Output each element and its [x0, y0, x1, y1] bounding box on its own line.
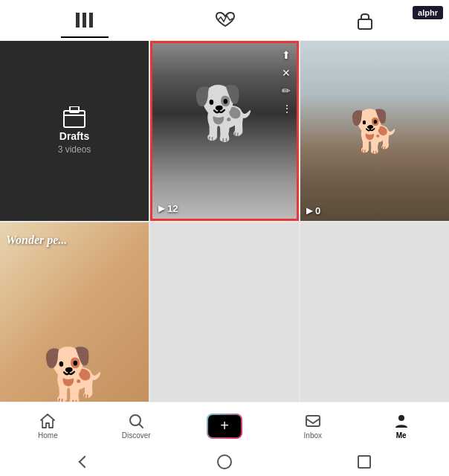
svg-rect-2 [89, 13, 93, 28]
plus-icon: + [220, 417, 229, 434]
svg-rect-0 [76, 13, 80, 28]
drafts-title: Drafts [59, 130, 89, 142]
svg-line-9 [140, 424, 143, 428]
top-nav-lock[interactable] [342, 7, 388, 33]
svg-rect-1 [83, 13, 86, 28]
recents-button[interactable] [356, 454, 372, 470]
inbox-icon [305, 413, 321, 429]
top-nav [0, 0, 449, 41]
play-icon-2: ▶ [306, 206, 312, 216]
svg-marker-7 [41, 414, 54, 428]
bottom-nav-discover[interactable]: Discover [116, 413, 157, 440]
edit-icon: ✏ [282, 85, 292, 97]
empty-cell-1 [150, 222, 299, 402]
back-button[interactable] [77, 454, 93, 470]
bottom-nav-inbox[interactable]: Inbox [292, 413, 333, 440]
play-count-2: ▶ 0 [306, 205, 320, 216]
recents-square-icon [358, 455, 371, 469]
svg-rect-3 [358, 19, 372, 29]
bottom-nav-me[interactable]: Me [381, 413, 421, 440]
drafts-icon [61, 106, 88, 130]
empty-cell-2 [300, 222, 449, 402]
grid-icon [76, 13, 94, 28]
plus-button[interactable]: + [207, 414, 242, 439]
heart-activity-icon [215, 11, 236, 29]
wonder-dog-image: 🐕 [0, 344, 149, 402]
me-label: Me [396, 431, 407, 440]
drafts-count: 3 videos [58, 144, 91, 155]
more-icon: ⋮ [282, 103, 292, 115]
play-count-value-2: 0 [315, 205, 320, 216]
side-icons: ⬆ ✕ ✏ ⋮ [282, 49, 292, 115]
discover-label: Discover [122, 431, 151, 440]
svg-point-11 [398, 415, 404, 421]
close-icon: ✕ [282, 67, 292, 79]
play-icon: ▶ [158, 204, 164, 213]
featured-dog-image [152, 43, 297, 219]
wonder-text: Wonder pe... [6, 234, 67, 247]
top-nav-grid[interactable] [61, 10, 109, 30]
home-label: Home [38, 431, 58, 440]
home-circle-icon [217, 454, 232, 469]
bottom-nav: Home Discover + Inbox [0, 402, 449, 448]
me-icon [393, 413, 410, 429]
home-icon [39, 413, 56, 429]
system-nav [0, 448, 449, 476]
top-nav-heart[interactable] [200, 8, 251, 32]
bottom-nav-plus[interactable]: + [204, 414, 245, 439]
play-count-value: 12 [167, 203, 178, 214]
back-icon [79, 456, 91, 469]
inbox-label: Inbox [304, 431, 322, 440]
discover-icon [128, 413, 144, 429]
alphr-badge: alphr [413, 6, 443, 19]
content-grid: Drafts 3 videos ⬆ ✕ ✏ ⋮ ▶ 12 🐕 [0, 41, 449, 402]
wonder-pet-cell[interactable]: Wonder pe... 🐕 [0, 222, 149, 402]
featured-video-cell[interactable]: ⬆ ✕ ✏ ⋮ ▶ 12 [150, 41, 299, 221]
lock-icon [357, 10, 373, 30]
couch-dog-cell[interactable]: 🐕 ▶ 0 [300, 41, 449, 221]
drafts-cell[interactable]: Drafts 3 videos [0, 41, 149, 221]
phone-container: alphr [0, 0, 449, 476]
svg-rect-4 [64, 111, 85, 127]
bottom-nav-home[interactable]: Home [28, 413, 68, 440]
play-count: ▶ 12 [158, 203, 178, 214]
share-icon: ⬆ [282, 49, 292, 61]
home-button[interactable] [216, 454, 233, 470]
